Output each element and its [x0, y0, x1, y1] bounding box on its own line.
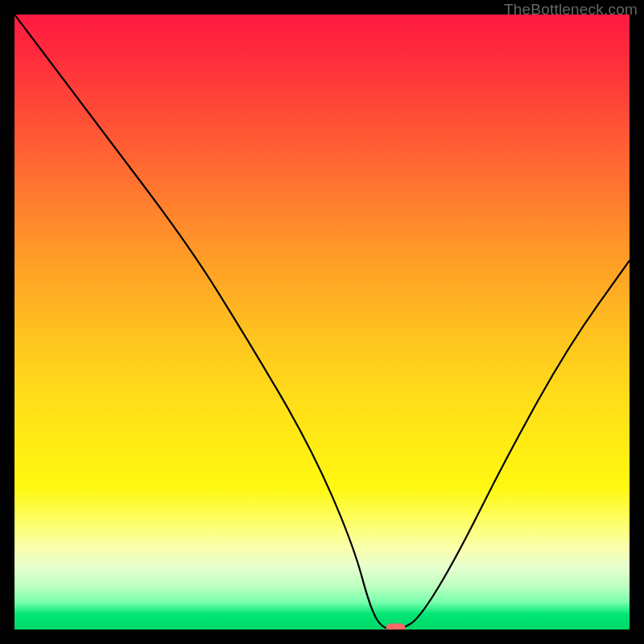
chart-frame: TheBottleneck.com	[0, 0, 644, 644]
bottleneck-curve-path	[14, 14, 630, 630]
chart-svg	[14, 14, 630, 630]
optimal-point-marker	[386, 624, 406, 630]
plot-area	[14, 14, 630, 630]
watermark-text: TheBottleneck.com	[504, 1, 638, 19]
